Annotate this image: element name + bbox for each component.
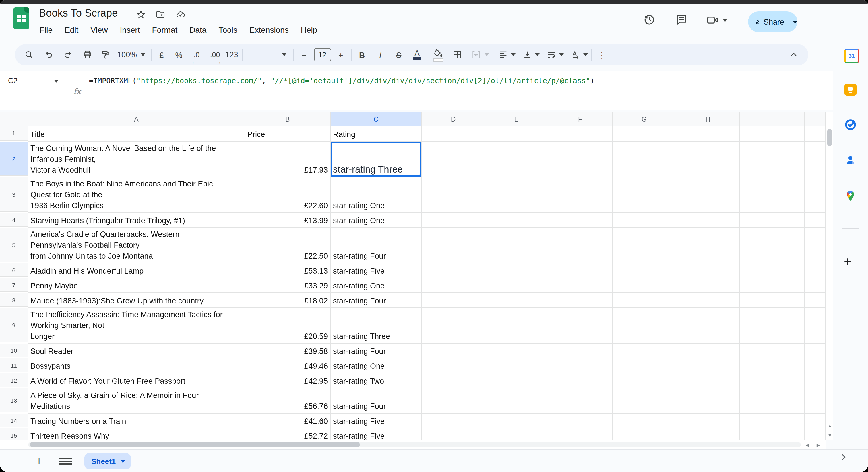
- google-tasks-icon[interactable]: [844, 119, 857, 131]
- column-header-B[interactable]: B: [245, 112, 331, 126]
- text-wrap-icon[interactable]: [545, 48, 558, 62]
- scroll-right-icon[interactable]: ▶: [815, 440, 822, 450]
- cell-D11[interactable]: [422, 359, 485, 373]
- italic-button[interactable]: I: [373, 48, 387, 62]
- cell-D3[interactable]: [422, 177, 485, 213]
- google-calendar-icon[interactable]: 31: [844, 49, 859, 63]
- cell-G2[interactable]: [613, 142, 676, 177]
- cell-partial-13[interactable]: [805, 388, 826, 413]
- cell-H14[interactable]: [676, 413, 740, 429]
- cell-B4[interactable]: £13.99: [245, 213, 331, 228]
- name-box[interactable]: C2: [8, 76, 18, 85]
- cell-A11[interactable]: Bossypants: [28, 359, 245, 373]
- paint-format-icon[interactable]: [99, 48, 113, 62]
- row-header-15[interactable]: 15: [0, 429, 28, 440]
- column-header-E[interactable]: E: [485, 112, 548, 126]
- cell-B5[interactable]: £22.50: [245, 228, 331, 263]
- all-sheets-icon[interactable]: [59, 454, 72, 468]
- cell-D13[interactable]: [422, 388, 485, 413]
- cell-A13[interactable]: A Piece of Sky, a Grain of Rice: A Memoi…: [28, 388, 245, 413]
- cell-F14[interactable]: [548, 413, 613, 429]
- cell-partial-9[interactable]: [805, 308, 826, 343]
- cell-C11[interactable]: star-rating One: [331, 359, 422, 373]
- select-all-corner[interactable]: [0, 112, 28, 126]
- cell-F2[interactable]: [548, 142, 613, 177]
- cell-partial-11[interactable]: [805, 359, 826, 373]
- cell-C7[interactable]: star-rating One: [331, 278, 422, 293]
- cell-G11[interactable]: [613, 359, 676, 373]
- menu-file[interactable]: File: [40, 25, 53, 34]
- column-header-G[interactable]: G: [613, 112, 676, 126]
- zoom-select[interactable]: 100%: [115, 48, 147, 62]
- vertical-align-caret[interactable]: [535, 53, 539, 56]
- cell-C9[interactable]: star-rating Three: [331, 308, 422, 343]
- horizontal-scrollbar[interactable]: ◀ ▶: [0, 440, 826, 449]
- cell-G8[interactable]: [613, 293, 676, 308]
- cell-G3[interactable]: [613, 177, 676, 213]
- cell-E13[interactable]: [485, 388, 548, 413]
- cell-partial-12[interactable]: [805, 373, 826, 388]
- column-header-I[interactable]: I: [740, 112, 805, 126]
- cell-I2[interactable]: [740, 142, 805, 177]
- cell-H8[interactable]: [676, 293, 740, 308]
- cell-E5[interactable]: [485, 228, 548, 263]
- menu-insert[interactable]: Insert: [120, 25, 140, 34]
- column-header-C[interactable]: C: [331, 112, 422, 126]
- cell-G12[interactable]: [613, 373, 676, 388]
- cell-A3[interactable]: The Boys in the Boat: Nine Americans and…: [28, 177, 245, 213]
- cell-partial-2[interactable]: [805, 142, 826, 177]
- cell-G15[interactable]: [613, 429, 676, 440]
- formula-input[interactable]: =IMPORTXML("https://books.toscrape.com/"…: [89, 75, 594, 87]
- cell-H11[interactable]: [676, 359, 740, 373]
- cell-partial-7[interactable]: [805, 278, 826, 293]
- add-sheet-icon[interactable]: +: [32, 454, 46, 468]
- increase-font-size-button[interactable]: +: [334, 48, 348, 62]
- vertical-scrollbar-thumb[interactable]: [827, 129, 832, 146]
- cell-B13[interactable]: £56.76: [245, 388, 331, 413]
- cell-G5[interactable]: [613, 228, 676, 263]
- cell-E14[interactable]: [485, 413, 548, 429]
- format-percent-button[interactable]: %: [172, 48, 186, 62]
- move-folder-icon[interactable]: [156, 10, 165, 20]
- cell-E2[interactable]: [485, 142, 548, 177]
- cell-B8[interactable]: £18.02: [245, 293, 331, 308]
- cell-H15[interactable]: [676, 429, 740, 440]
- cell-C2[interactable]: star-rating Three: [331, 142, 422, 177]
- merge-caret[interactable]: [484, 53, 489, 56]
- cell-F1[interactable]: [548, 126, 613, 142]
- cell-H9[interactable]: [676, 308, 740, 343]
- fill-color-button[interactable]: [431, 48, 445, 62]
- cell-E10[interactable]: [485, 343, 548, 359]
- cell-A7[interactable]: Penny Maybe: [28, 278, 245, 293]
- document-title[interactable]: Books To Scrape: [39, 7, 118, 20]
- cell-C4[interactable]: star-rating One: [331, 213, 422, 228]
- cell-B7[interactable]: £33.29: [245, 278, 331, 293]
- cell-F7[interactable]: [548, 278, 613, 293]
- cell-C12[interactable]: star-rating Two: [331, 373, 422, 388]
- cell-I5[interactable]: [740, 228, 805, 263]
- horizontal-scrollbar-thumb[interactable]: [30, 442, 360, 447]
- row-header-11[interactable]: 11: [0, 359, 28, 372]
- cell-H13[interactable]: [676, 388, 740, 413]
- merge-cells-icon[interactable]: [469, 48, 483, 62]
- cell-I8[interactable]: [740, 293, 805, 308]
- row-header-3[interactable]: 3: [0, 177, 28, 212]
- scroll-down-icon[interactable]: ▼: [826, 431, 834, 440]
- cell-D2[interactable]: [422, 142, 485, 177]
- cell-partial-5[interactable]: [805, 228, 826, 263]
- cell-partial-15[interactable]: [805, 429, 826, 440]
- text-rotation-icon[interactable]: [569, 48, 582, 62]
- scroll-up-icon[interactable]: ▲: [826, 421, 834, 430]
- cell-E1[interactable]: [485, 126, 548, 142]
- star-icon[interactable]: [136, 10, 146, 20]
- cell-D5[interactable]: [422, 228, 485, 263]
- cell-D1[interactable]: [422, 126, 485, 142]
- cell-F12[interactable]: [548, 373, 613, 388]
- hide-menus-icon[interactable]: [786, 48, 800, 62]
- menu-help[interactable]: Help: [301, 25, 317, 34]
- cell-H10[interactable]: [676, 343, 740, 359]
- cell-F4[interactable]: [548, 213, 613, 228]
- cell-H4[interactable]: [676, 213, 740, 228]
- column-header-H[interactable]: H: [676, 112, 740, 126]
- cell-H2[interactable]: [676, 142, 740, 177]
